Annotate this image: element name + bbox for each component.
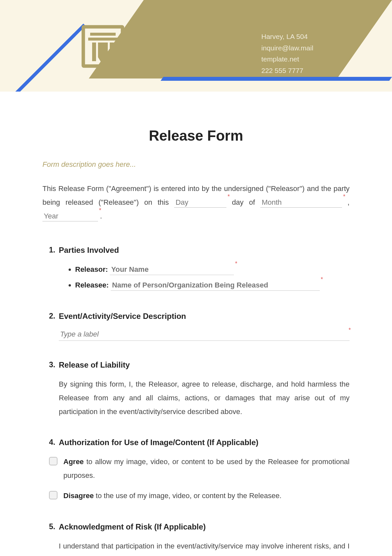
contact-block: Harvey, LA 504 inquire@law.mail template… bbox=[261, 31, 313, 77]
checkbox-row-agree: Agree to allow my image, video, or conte… bbox=[49, 455, 350, 482]
section-title: Authorization for Use of Image/Content (… bbox=[59, 438, 350, 447]
contact-phone: 222 555 7777 bbox=[261, 65, 313, 77]
form-description-placeholder[interactable]: Form description goes here... bbox=[42, 160, 350, 169]
section-event-description: Event/Activity/Service Description * bbox=[49, 312, 350, 341]
contact-address: Harvey, LA 504 bbox=[261, 31, 313, 43]
releasor-label: Releasor: bbox=[75, 265, 108, 273]
releasee-label: Releasee: bbox=[75, 281, 109, 289]
document-header: Harvey, LA 504 inquire@law.mail template… bbox=[0, 0, 392, 92]
section-body: By signing this form, I, the Releasor, a… bbox=[59, 377, 350, 418]
section-release-liability: Release of Liability By signing this for… bbox=[49, 360, 350, 418]
required-marker: * bbox=[235, 258, 237, 269]
decorative-gold-block bbox=[89, 0, 392, 78]
list-item: Releasor: * bbox=[75, 263, 350, 276]
section-title: Release of Liability bbox=[59, 360, 350, 370]
section-title: Acknowledgment of Risk (If Applicable) bbox=[59, 522, 350, 531]
releasee-name-input[interactable] bbox=[111, 281, 320, 291]
section-title: Parties Involved bbox=[59, 246, 350, 255]
section-parties: Parties Involved Releasor: * Releasee: * bbox=[49, 246, 350, 292]
section-risk-acknowledgment: Acknowledgment of Risk (If Applicable) I… bbox=[49, 522, 350, 556]
checkbox-row-disagree: Disagree to the use of my image, video, … bbox=[49, 489, 350, 503]
decorative-stripe bbox=[0, 0, 86, 92]
section-authorization: Authorization for Use of Image/Content (… bbox=[49, 438, 350, 502]
disagree-checkbox[interactable] bbox=[49, 491, 57, 499]
disagree-text: Disagree to the use of my image, video, … bbox=[63, 489, 350, 503]
contact-website: template.net bbox=[261, 54, 313, 65]
year-input[interactable] bbox=[42, 212, 98, 221]
section-title: Event/Activity/Service Description bbox=[59, 312, 350, 321]
document-body: Release Form Form description goes here.… bbox=[0, 92, 392, 556]
required-marker: * bbox=[321, 274, 323, 285]
event-description-input[interactable] bbox=[59, 329, 350, 341]
svg-rect-3 bbox=[92, 43, 96, 61]
day-input[interactable] bbox=[174, 198, 226, 208]
required-marker: * bbox=[349, 327, 351, 334]
agree-checkbox[interactable] bbox=[49, 457, 57, 465]
svg-rect-1 bbox=[90, 33, 116, 36]
decorative-blue-underline bbox=[161, 77, 392, 81]
intro-text-2: day of bbox=[232, 198, 255, 206]
svg-rect-4 bbox=[110, 43, 114, 61]
svg-rect-2 bbox=[88, 38, 118, 41]
required-marker: * bbox=[227, 191, 230, 202]
intro-text-3: , bbox=[348, 198, 350, 206]
agree-text: Agree to allow my image, video, or conte… bbox=[63, 455, 350, 482]
section-body: I understand that participation in the e… bbox=[59, 539, 350, 556]
releasor-name-input[interactable] bbox=[110, 265, 234, 275]
required-marker: * bbox=[99, 205, 101, 216]
svg-marker-5 bbox=[98, 43, 108, 65]
law-pillar-logo-icon bbox=[78, 23, 127, 72]
page-title: Release Form bbox=[42, 128, 350, 144]
month-input[interactable] bbox=[260, 198, 342, 208]
required-marker: * bbox=[343, 191, 345, 202]
list-item: Releasee: * bbox=[75, 278, 350, 292]
contact-email: inquire@law.mail bbox=[261, 43, 313, 54]
intro-paragraph: This Release Form ("Agreement") is enter… bbox=[42, 182, 350, 223]
